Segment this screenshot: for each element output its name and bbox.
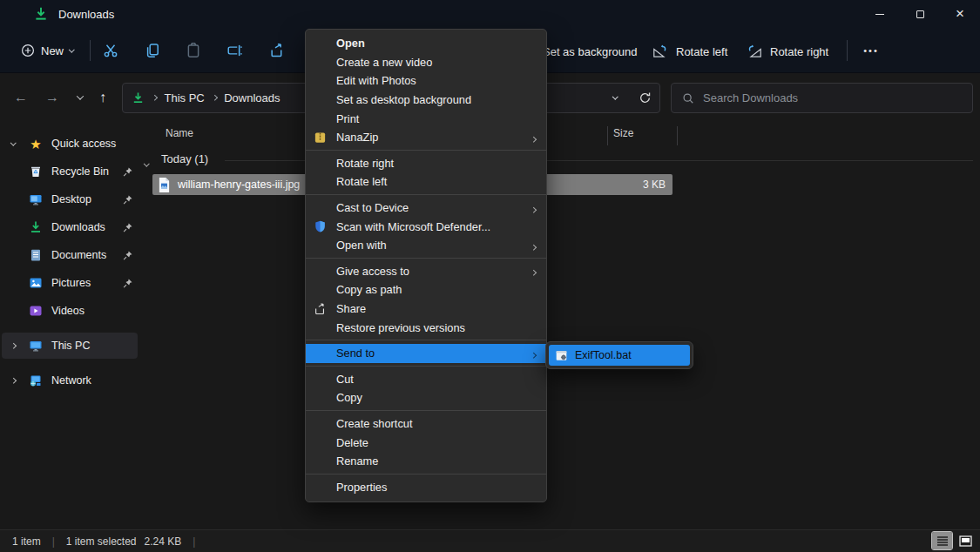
large-icons-view-button[interactable]	[956, 532, 976, 549]
menu-item-create-shortcut[interactable]: Create shortcut	[306, 414, 546, 434]
network-icon	[29, 374, 43, 387]
menu-item-send-to[interactable]: Send to	[306, 344, 546, 363]
up-button[interactable]: ↑	[89, 83, 117, 112]
menu-item-edit-with-photos[interactable]: Edit with Photos	[306, 71, 546, 91]
copy-button[interactable]	[139, 37, 166, 64]
window-title: Downloads	[58, 8, 114, 21]
minimize-button[interactable]	[860, 0, 900, 28]
menu-item-open-with[interactable]: Open with	[306, 236, 546, 255]
menu-item-set-as-desktop-background[interactable]: Set as desktop background	[306, 91, 546, 110]
menu-item-nanazip[interactable]: NanaZip	[306, 128, 546, 147]
breadcrumb-downloads[interactable]: Downloads	[224, 91, 280, 104]
menu-item-restore-previous-versions[interactable]: Restore previous versions	[306, 318, 546, 337]
pictures-icon	[29, 276, 43, 290]
details-view-button[interactable]	[932, 532, 952, 549]
copy-icon	[145, 43, 160, 58]
submenu-item-exiftool-bat[interactable]: ExifTool.bat	[549, 345, 690, 366]
recycle-bin-icon	[29, 165, 43, 178]
forward-button[interactable]: →	[38, 83, 66, 112]
breadcrumb-chevron-icon	[212, 95, 217, 100]
menu-item-delete[interactable]: Delete	[306, 433, 546, 452]
menu-item-rotate-left[interactable]: Rotate left	[306, 172, 546, 192]
toolbar-divider	[90, 40, 91, 61]
sidebar-item-desktop[interactable]: Desktop	[2, 186, 138, 212]
sidebar-item-label: Quick access	[51, 138, 138, 150]
sidebar-item-documents[interactable]: Documents	[2, 242, 138, 268]
more-icon: •••	[863, 45, 879, 56]
cut-button[interactable]	[97, 37, 125, 64]
sidebar-item-this-pc[interactable]: This PC	[2, 333, 138, 359]
menu-item-print[interactable]: Print	[306, 109, 546, 128]
navigation-pane: ★ Quick access Recycle Bin	[0, 120, 139, 529]
chevron-down-icon	[69, 46, 74, 51]
clipboard-icon	[186, 43, 201, 58]
group-header-today[interactable]: Today (1)	[161, 152, 208, 165]
pin-icon	[122, 250, 133, 261]
toolbar-divider	[847, 40, 848, 61]
share-button[interactable]	[263, 37, 291, 64]
menu-item-cut[interactable]: Cut	[306, 370, 546, 389]
menu-separator	[306, 340, 546, 340]
back-button[interactable]: ←	[7, 83, 35, 112]
sidebar-item-videos[interactable]: Videos	[2, 298, 138, 324]
address-dropdown-button[interactable]	[604, 84, 626, 112]
menu-item-properties[interactable]: Properties	[306, 477, 546, 496]
chevron-right-icon	[10, 343, 16, 348]
sidebar-item-network[interactable]: Network	[2, 367, 138, 394]
menu-item-create-a-new-video[interactable]: Create a new video	[306, 53, 546, 72]
sidebar-item-label: Pictures	[51, 277, 117, 289]
sidebar-item-recycle-bin[interactable]: Recycle Bin	[2, 158, 138, 185]
menu-item-copy[interactable]: Copy	[306, 388, 546, 407]
context-menu: Open Create a new video Edit with Photos…	[305, 29, 547, 502]
close-icon: ×	[956, 5, 964, 23]
rename-button[interactable]	[221, 37, 249, 64]
close-button[interactable]: ×	[940, 0, 980, 28]
menu-separator	[306, 366, 546, 367]
menu-item-rename[interactable]: Rename	[306, 452, 546, 471]
rotate-right-label: Rotate right	[770, 45, 828, 58]
breadcrumb-chevron-icon	[152, 95, 157, 100]
menu-separator	[306, 474, 546, 475]
submenu-arrow-icon	[531, 137, 536, 142]
submenu-arrow-icon	[531, 270, 536, 275]
menu-item-cast-to-device[interactable]: Cast to Device	[306, 199, 546, 218]
search-input[interactable]	[703, 91, 962, 104]
rotate-left-icon	[652, 44, 669, 59]
menu-item-copy-as-path[interactable]: Copy as path	[306, 280, 546, 300]
sidebar-item-quick-access[interactable]: ★ Quick access	[2, 131, 138, 157]
breadcrumb-this-pc[interactable]: This PC	[165, 91, 205, 104]
search-box[interactable]	[671, 83, 973, 113]
menu-item-open[interactable]: Open	[306, 34, 546, 53]
share-icon	[314, 302, 327, 315]
menu-item-scan-with-microsoft-defender[interactable]: Scan with Microsoft Defender...	[306, 217, 546, 236]
column-divider[interactable]	[607, 126, 608, 145]
maximize-button[interactable]	[900, 0, 940, 28]
paste-button[interactable]	[179, 37, 207, 64]
details-view-icon	[936, 535, 949, 546]
column-header-name[interactable]: Name	[166, 127, 193, 139]
menu-item-share[interactable]: Share	[306, 300, 546, 319]
submenu-arrow-icon	[531, 207, 536, 212]
titlebar: Downloads ×	[0, 0, 980, 28]
nanazip-icon	[314, 131, 327, 144]
sidebar-item-label: Network	[51, 374, 138, 387]
menu-item-give-access-to[interactable]: Give access to	[306, 262, 546, 281]
menu-separator	[306, 410, 546, 411]
more-options-button[interactable]: •••	[857, 37, 885, 64]
set-as-background-label: Set as background	[543, 45, 637, 58]
column-divider[interactable]	[677, 126, 678, 145]
rotate-left-button[interactable]: Rotate left	[652, 42, 727, 61]
pin-icon	[122, 222, 133, 233]
sidebar-item-label: This PC	[51, 340, 138, 352]
rotate-right-button[interactable]: Rotate right	[746, 42, 828, 61]
new-button[interactable]: New	[12, 37, 83, 64]
group-collapse-chevron[interactable]	[145, 154, 149, 170]
menu-item-rotate-right[interactable]: Rotate right	[306, 154, 546, 173]
this-pc-icon	[29, 339, 43, 353]
sidebar-item-downloads[interactable]: Downloads	[2, 214, 138, 240]
sidebar-item-pictures[interactable]: Pictures	[2, 270, 138, 296]
chevron-down-icon	[77, 92, 84, 99]
column-header-size[interactable]: Size	[613, 127, 633, 139]
rotate-left-label: Rotate left	[676, 45, 727, 58]
refresh-button[interactable]	[633, 84, 656, 112]
